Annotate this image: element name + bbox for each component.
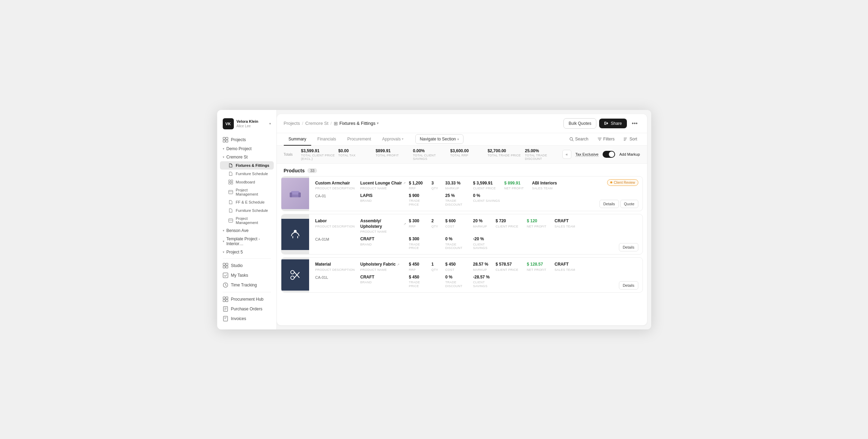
bulk-quotes-button[interactable]: Bulk Quotes <box>563 118 596 129</box>
brand-field-3: CRAFT BRAND <box>359 274 408 285</box>
navigate-to-section-button[interactable]: Navigate to Section ▾ <box>415 134 463 144</box>
product-name-with-link-2: Assembly/ Upholstery ↗ <box>360 218 406 229</box>
products-list: Custom Armchair PRODUCT DESCRIPTION Luce… <box>277 176 647 325</box>
external-link-icon-3[interactable]: ↗ <box>397 263 400 266</box>
breadcrumb-cremore[interactable]: Cremore St <box>305 121 328 126</box>
sku-value-2: CA-01M <box>315 237 358 241</box>
tab-procurement[interactable]: Procurement <box>342 133 376 146</box>
sidebar-item-moodboard[interactable]: Moodboard <box>220 178 274 186</box>
sidebar-benson-label: Benson Ave <box>227 228 249 233</box>
sidebar-item-projects[interactable]: Projects <box>220 135 274 145</box>
action-buttons-3: Details <box>619 281 638 290</box>
sidebar-item-trade-portal[interactable]: Trade Portal › <box>220 324 274 324</box>
product-name-label-2: PRODUCT NAME <box>360 230 406 234</box>
sidebar-item-project-5[interactable]: ▾ Project 5 <box>220 248 274 256</box>
filters-icon <box>597 137 602 141</box>
breadcrumb-projects[interactable]: Projects <box>284 121 300 126</box>
svg-rect-40 <box>290 192 292 197</box>
tax-toggle-switch[interactable] <box>603 151 615 158</box>
search-button[interactable]: Search <box>567 135 591 143</box>
total-trade-discount-value: 25.00% <box>525 148 562 153</box>
sidebar-item-purchase-orders[interactable]: Purchase Orders <box>220 304 274 314</box>
user-menu[interactable]: VK Velora Klein Alice Lee ▾ <box>217 115 276 135</box>
svg-rect-7 <box>231 182 233 184</box>
procurement-icon <box>223 296 228 302</box>
total-rrp-key: TOTAL RRP <box>450 154 488 157</box>
sku-field-1: CA-01 <box>314 192 359 199</box>
sidebar-divider-2 <box>223 292 271 292</box>
product-description-value-1: Custom Armchair <box>315 181 358 186</box>
sales-team-label-1: SALES TEAM <box>532 187 557 190</box>
sidebar-item-ff-e[interactable]: FF & E Schedule <box>220 198 274 206</box>
qty-field-3: 1 QTY <box>430 261 444 272</box>
trade-price-field-1: $ 900 TRADE PRICE <box>408 192 430 207</box>
sidebar-item-studio[interactable]: Studio <box>220 261 274 270</box>
rrp-value-3: $ 450 <box>409 262 429 267</box>
total-client-savings-value: 0.00% <box>413 148 450 153</box>
trade-discount-label-1: TRADE DISCOUNT <box>445 199 470 207</box>
details-button-2[interactable]: Details <box>619 243 638 251</box>
details-button-1[interactable]: Details <box>599 200 619 208</box>
sort-button[interactable]: Sort <box>621 135 640 143</box>
share-label: Share <box>611 121 622 126</box>
svg-rect-18 <box>223 297 225 299</box>
sidebar-item-benson-ave[interactable]: ▾ Benson Ave <box>220 226 274 235</box>
sidebar-item-furniture-schedule-2[interactable]: Furniture Schedule <box>220 206 274 215</box>
product-image-1 <box>281 177 309 211</box>
sku-field-2: CA-01M <box>314 236 359 242</box>
sidebar-item-cremore-st[interactable]: ▾ Cremore St <box>220 153 274 161</box>
client-price-value-2: $ 720 <box>496 218 524 224</box>
share-button[interactable]: Share <box>599 119 627 128</box>
svg-line-46 <box>294 272 299 278</box>
sidebar-item-demo-project[interactable]: ▾ Demo Project <box>220 145 274 153</box>
sidebar-item-invoices[interactable]: Invoices <box>220 314 274 324</box>
tab-summary[interactable]: Summary <box>284 133 311 146</box>
sidebar-item-fixtures-fittings[interactable]: Fixtures & Fittings <box>220 161 274 170</box>
qty-field-2: 2 QTY <box>430 218 444 229</box>
avatar: VK <box>223 118 234 129</box>
svg-rect-16 <box>223 273 228 278</box>
client-savings-label-1: CLIENT SAVINGS <box>473 199 502 203</box>
sidebar-item-furniture-schedule-1[interactable]: Furniture Schedule <box>220 170 274 178</box>
topbar-actions: Bulk Quotes Share ••• <box>563 118 640 129</box>
add-markup-button[interactable]: Add Markup <box>619 152 640 156</box>
product-image-3 <box>281 258 309 292</box>
client-price-label-1: CLIENT PRICE <box>473 187 502 190</box>
sidebar-item-project-management-2[interactable]: Project Management <box>220 215 274 226</box>
tabs-left: Summary Financials Procurement Approvals… <box>284 133 464 145</box>
total-trade-price-value: $2,700.00 <box>487 148 525 153</box>
cost-field-3: $ 450 COST <box>444 261 472 272</box>
tab-approvals[interactable]: Approvals ▾ <box>377 133 408 146</box>
sidebar-item-my-tasks[interactable]: My Tasks <box>220 270 274 280</box>
sku-value-3: CA-01L <box>315 275 358 279</box>
studio-icon <box>223 263 228 268</box>
quote-button-1[interactable]: Quote <box>620 200 638 208</box>
trade-price-value-1: $ 900 <box>409 193 429 199</box>
client-price-label-2: CLIENT PRICE <box>496 225 524 229</box>
collapse-button[interactable]: « <box>562 150 571 159</box>
total-client-price: $3,599.91 TOTAL CLIENT PRICE (EXCL.) <box>301 148 339 161</box>
sidebar-item-project-management-1[interactable]: Project Management <box>220 186 274 198</box>
total-client-savings-key: TOTAL CLIENT SAVINGS <box>413 154 450 161</box>
filters-button[interactable]: Filters <box>595 135 618 143</box>
tax-exclusive-label[interactable]: Tax Exclusive <box>576 152 599 157</box>
sidebar-item-time-tracking[interactable]: Time Tracking <box>220 280 274 290</box>
products-header: Products 33 <box>277 164 647 176</box>
total-profit: $899.91 TOTAL PROFIT <box>376 148 413 161</box>
product-name-with-link-3: Upholstery Fabric ↗ <box>360 262 406 267</box>
labor-icon <box>289 229 302 240</box>
navigate-chevron-icon: ▾ <box>457 137 459 141</box>
details-button-3[interactable]: Details <box>619 281 638 290</box>
svg-point-31 <box>570 137 572 140</box>
external-link-icon-2[interactable]: ↗ <box>403 222 406 226</box>
brand-value-3: CRAFT <box>360 275 406 280</box>
client-savings-field-3: -28.57 % CLIENT SAVINGS <box>472 274 494 289</box>
external-link-icon[interactable]: ↗ <box>403 181 406 185</box>
tab-financials[interactable]: Financials <box>313 133 341 146</box>
qty-value-2: 2 <box>432 218 443 224</box>
sidebar-item-procurement-hub[interactable]: Procurement Hub <box>220 294 274 304</box>
more-button[interactable]: ••• <box>630 118 640 129</box>
cost-label-2: COST <box>445 225 470 229</box>
product-sub-row-2: CA-01M CRAFT BRAND $ 300 TRADE PRICE <box>314 236 614 251</box>
sidebar-item-template-project[interactable]: ▾ Template Project - Interior… <box>220 235 274 248</box>
